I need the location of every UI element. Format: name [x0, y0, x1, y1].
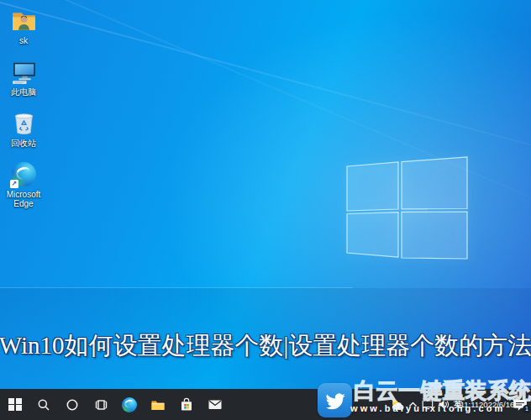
weather-icon [391, 399, 404, 411]
mail-icon [208, 398, 223, 411]
cortana-icon [66, 398, 79, 412]
microsoft-edge-icon: ↗ [10, 160, 38, 188]
chevron-up-icon [408, 401, 418, 408]
volume-tray-button[interactable] [438, 399, 450, 410]
user-folder-icon [10, 7, 38, 34]
notification-center-button[interactable]: 1 [513, 398, 528, 412]
search-button[interactable] [29, 389, 58, 420]
show-hidden-icons-button[interactable] [408, 401, 418, 408]
start-button[interactable] [1, 389, 29, 420]
desktop-icon-recycle-bin[interactable]: 回收站 [2, 109, 45, 148]
this-pc-icon [10, 58, 38, 86]
recycle-bin-icon [10, 109, 38, 137]
search-icon [37, 398, 50, 412]
microsoft-store-icon [179, 397, 194, 412]
file-explorer-icon [150, 398, 166, 412]
windows-desktop: sk 此电脑 [0, 0, 531, 420]
light-ray [0, 0, 531, 177]
display-tray-button[interactable] [422, 399, 434, 410]
shortcut-arrow-icon: ↗ [10, 180, 18, 188]
mail-button[interactable] [201, 389, 229, 420]
clock-date: 2022/6/16 [479, 400, 514, 409]
taskbar-buttons [1, 389, 229, 420]
windows-start-icon [8, 398, 22, 412]
microsoft-store-button[interactable] [172, 389, 201, 420]
taskbar: 英 11:11 2022/6/16 1 [0, 389, 531, 420]
notification-badge: 1 [523, 405, 531, 413]
system-tray: 英 11:11 2022/6/16 1 [391, 389, 528, 420]
desktop-icon-this-pc[interactable]: 此电脑 [2, 58, 45, 97]
task-view-button[interactable] [87, 389, 115, 420]
clock[interactable]: 11:11 2022/6/16 [466, 400, 508, 409]
desktop-icon-label: sk [19, 36, 28, 45]
windows-logo [344, 156, 469, 262]
desktop-icon-list: sk 此电脑 [2, 7, 45, 208]
cortana-button[interactable] [58, 389, 87, 420]
clock-time: 11:11 [460, 400, 479, 409]
desktop-icon-user-folder[interactable]: sk [2, 7, 45, 45]
file-explorer-button[interactable] [144, 389, 172, 420]
display-icon [422, 399, 434, 410]
edge-taskbar-button[interactable] [115, 389, 144, 420]
desktop-icon-label: 回收站 [11, 139, 36, 148]
speaker-icon [438, 399, 450, 410]
desktop-icon-label: Microsoft Edge [2, 190, 45, 208]
desktop-icon-label: 此电脑 [11, 87, 36, 97]
desktop-icon-microsoft-edge[interactable]: ↗ Microsoft Edge [2, 160, 45, 208]
page-title: Win10如何设置处理器个数|设置处理器个数的方法 [0, 328, 531, 363]
weather-tray-button[interactable] [391, 399, 404, 411]
microsoft-edge-icon [122, 397, 137, 412]
task-view-icon [94, 398, 108, 412]
